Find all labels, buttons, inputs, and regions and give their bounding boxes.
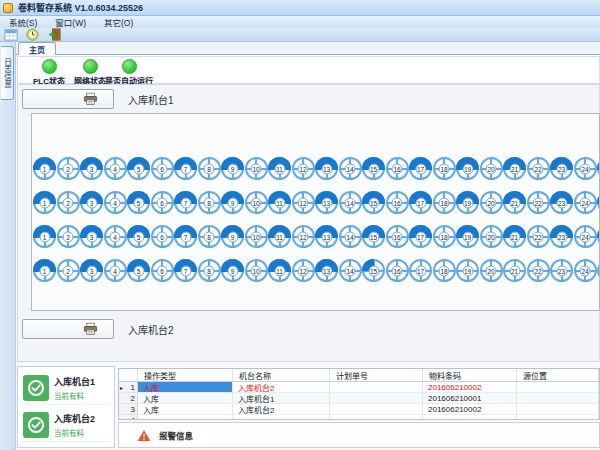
table-column-header[interactable]: 源位置 xyxy=(517,369,599,381)
reel-slot: 20 xyxy=(480,191,503,214)
table-cell[interactable] xyxy=(423,415,517,420)
reel-slot: 20 xyxy=(480,225,503,248)
reel-row: 1234567891011121314151617181920212223242… xyxy=(33,157,599,180)
table-corner-cell xyxy=(119,369,138,381)
table-cell[interactable]: 201606210001 xyxy=(423,393,517,404)
table-cell[interactable] xyxy=(517,393,599,404)
reel-slot: 16 xyxy=(386,259,409,282)
station1-header: 入库机台1 xyxy=(18,87,600,111)
reel-slot: 23 xyxy=(550,259,573,282)
table-cell[interactable] xyxy=(330,393,423,404)
reel-slot: 8 xyxy=(198,259,221,282)
current-row-marker: ▸ xyxy=(120,384,123,391)
table-cell[interactable] xyxy=(233,415,330,420)
status-indicator: 是否自动运行 xyxy=(101,59,157,86)
status-indicator: PLC状态 xyxy=(29,59,69,86)
dock-tab-log[interactable]: 日志信息 xyxy=(1,46,14,100)
menu-item[interactable]: 窗口(W) xyxy=(46,16,95,28)
reel-slot: 19 xyxy=(456,157,479,180)
machine-card[interactable]: 入库机台2当前有料 xyxy=(21,409,111,442)
reel-slot: 22 xyxy=(527,191,550,214)
reel-slot: 4 xyxy=(104,259,127,282)
table-cell[interactable]: 入库 xyxy=(138,393,233,404)
status-dot xyxy=(122,59,137,74)
machine-card-title: 入库机台2 xyxy=(54,412,95,425)
table-cell[interactable] xyxy=(517,404,599,415)
calendar-icon[interactable] xyxy=(3,28,18,41)
station1-title: 入库机台1 xyxy=(128,92,174,107)
reel-slot: 4 xyxy=(104,225,127,248)
print-button-station2[interactable] xyxy=(22,319,114,339)
menu-item[interactable]: 其它(O) xyxy=(95,16,142,28)
table-cell[interactable] xyxy=(330,382,423,393)
reel-slot: 21 xyxy=(503,191,526,214)
check-circle-icon xyxy=(23,412,49,438)
reel-slot: 18 xyxy=(433,225,456,248)
reel-slot: 3 xyxy=(80,225,103,248)
table-row[interactable]: 2入库入库机台1201606210001 xyxy=(119,393,599,404)
reel-slot: 17 xyxy=(409,259,432,282)
clock-icon[interactable] xyxy=(25,28,40,41)
table-cell[interactable]: 201606210002 xyxy=(423,382,517,393)
reel-slot: 4 xyxy=(104,157,127,180)
row-header: ▸1 xyxy=(119,382,138,393)
reel-slot: 14 xyxy=(339,259,362,282)
reel-slot: 3 xyxy=(80,191,103,214)
table-cell[interactable]: 入库机台1 xyxy=(233,393,330,404)
table-column-header[interactable]: 机台名称 xyxy=(233,369,330,381)
table-column-header[interactable]: 操作类型 xyxy=(138,369,233,381)
tab-home[interactable]: 主页 xyxy=(18,42,56,55)
reel-slot: 9 xyxy=(221,191,244,214)
tab-strip: 主页 xyxy=(16,42,600,55)
warning-icon xyxy=(137,429,151,442)
table-row[interactable]: 4 xyxy=(119,415,599,420)
printer-icon xyxy=(83,92,98,106)
queue-table[interactable]: 操作类型机台名称计划单号物料条码源位置▸1入库入库机台2201606210002… xyxy=(118,368,600,420)
reel-slot: 10 xyxy=(245,157,268,180)
reel-slot: 6 xyxy=(151,259,174,282)
table-cell[interactable]: 入库机台2 xyxy=(233,404,330,415)
reel-slot: 17 xyxy=(409,191,432,214)
table-cell[interactable]: 入库 xyxy=(138,404,233,415)
table-cell[interactable]: 入库机台2 xyxy=(233,382,330,393)
print-button-station1[interactable] xyxy=(22,89,114,109)
machine-cards-panel: 入库机台1当前有料入库机台2当前有料 xyxy=(17,366,115,448)
table-cell[interactable] xyxy=(517,415,599,420)
reel-slot: 22 xyxy=(527,259,550,282)
table-cell[interactable]: 入库 xyxy=(138,382,233,393)
reel-slot: 18 xyxy=(433,157,456,180)
reel-slot: 14 xyxy=(339,191,362,214)
table-cell[interactable] xyxy=(330,404,423,415)
reel-slot: 1 xyxy=(33,191,56,214)
machine-card[interactable]: 入库机台1当前有料 xyxy=(21,372,111,405)
reel-slot: 14 xyxy=(339,157,362,180)
printer-icon xyxy=(83,322,98,336)
table-row[interactable]: ▸1入库入库机台2201606210002 xyxy=(119,382,599,393)
reel-slot: 5 xyxy=(127,225,150,248)
reel-slot: 3 xyxy=(80,157,103,180)
reel-slot: 13 xyxy=(315,191,338,214)
station2-header: 入库机台2 xyxy=(18,317,600,341)
reel-slot: 20 xyxy=(480,259,503,282)
table-column-header[interactable]: 计划单号 xyxy=(330,369,423,381)
reel-slot: 8 xyxy=(198,157,221,180)
reel-slot: 7 xyxy=(174,191,197,214)
table-row[interactable]: 3入库入库机台2201606210002 xyxy=(119,404,599,415)
reel-slot: 11 xyxy=(268,191,291,214)
reel-slot: 24 xyxy=(574,191,597,214)
menu-item[interactable]: 系统(S) xyxy=(0,16,46,28)
table-cell[interactable] xyxy=(517,382,599,393)
reel-slot: 21 xyxy=(503,157,526,180)
table-column-header[interactable]: 物料条码 xyxy=(423,369,517,381)
toolbar xyxy=(0,28,600,42)
reel-slot: 22 xyxy=(527,157,550,180)
reel-slot: 24 xyxy=(574,157,597,180)
reel-slot: 2 xyxy=(57,225,80,248)
table-cell[interactable]: 201606210002 xyxy=(423,404,517,415)
table-cell[interactable] xyxy=(138,415,233,420)
reel-slot: 1 xyxy=(33,225,56,248)
check-circle-icon xyxy=(23,375,49,401)
table-cell[interactable] xyxy=(330,415,423,420)
reel-slot: 22 xyxy=(527,225,550,248)
exit-door-icon[interactable] xyxy=(47,28,62,41)
